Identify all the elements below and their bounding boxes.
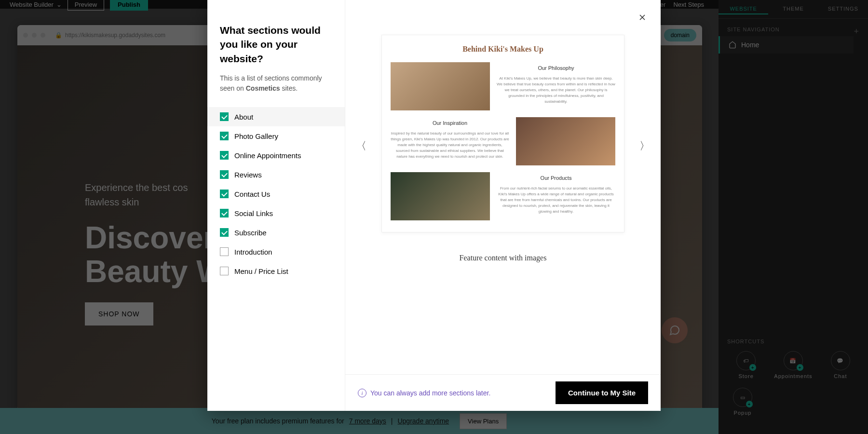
section-option-label: Online Appointments [234,151,301,160]
section-option[interactable]: About [207,107,345,126]
checkbox[interactable] [220,170,229,179]
shortcut-appointments[interactable]: 📅+Appointments [774,351,812,379]
close-button[interactable] [637,12,647,25]
section-option-label: Introduction [234,248,272,256]
info-icon: i [358,389,366,397]
shortcut-store[interactable]: 🏷+Store [736,351,756,379]
banner-sep: | [391,417,393,425]
upgrade-banner: Your free plan includes premium features… [0,408,719,434]
tab-settings[interactable]: SETTINGS [818,4,868,14]
section-option-label: Photo Gallery [234,132,278,140]
preview-title: Behind Kiki's Makes Up [391,45,615,54]
modal-subtitle: This is a list of sections commonly seen… [207,73,345,94]
chevron-right-icon: 〉 [639,140,650,152]
publish-button[interactable]: Publish [110,0,148,11]
checkbox[interactable] [220,132,229,140]
section-option[interactable]: Introduction [207,242,345,261]
chevron-down-icon: ⌄ [56,1,62,8]
popup-icon: ▭ [740,394,746,401]
section-option-label: Reviews [234,171,262,179]
checkbox[interactable] [220,267,229,275]
section-option[interactable]: Online Appointments [207,146,345,165]
chevron-left-icon: 〈 [356,140,366,152]
section-option[interactable]: Social Links [207,203,345,223]
hero-title: DiscoverBeauty W [85,221,226,289]
preview-image [391,172,490,220]
section-option[interactable]: Menu / Price List [207,261,345,281]
checkbox[interactable] [220,151,229,160]
info-note: i You can always add more sections later… [358,389,490,397]
chat-icon: 💬 [837,358,844,364]
url-text: https://kikismakesup.godaddysites.com [65,32,165,39]
shortcut-popup[interactable]: ▭+Popup [733,388,752,416]
checkbox[interactable] [220,228,229,237]
prev-arrow[interactable]: 〈 [352,135,370,157]
section-list: AboutPhoto GalleryOnline AppointmentsRev… [207,107,345,281]
preview-caption: Feature content with images [460,254,547,262]
section-option-label: Subscribe [234,229,267,237]
shortcut-chat[interactable]: 💬Chat [831,351,850,379]
section-option[interactable]: Reviews [207,165,345,184]
checkbox[interactable] [220,247,229,256]
preview-block-body: Inspired by the natural beauty of our su… [391,131,509,160]
upgrade-link[interactable]: Upgrade anytime [397,417,449,425]
hero-tagline: Experience the best cosflawless skin [85,180,226,209]
checkbox[interactable] [220,112,229,121]
continue-button[interactable]: Continue to My Site [556,381,648,404]
preview-image [516,117,615,165]
store-icon: 🏷 [743,358,749,364]
section-option[interactable]: Photo Gallery [207,126,345,146]
tab-website[interactable]: WEBSITE [719,4,768,14]
shortcut-label: Store [738,373,753,379]
section-option[interactable]: Subscribe [207,223,345,242]
section-option-label: About [234,113,253,121]
section-option[interactable]: Contact Us [207,184,345,203]
preview-block-heading: Our Inspiration [391,120,509,126]
shortcut-label: Appointments [774,373,812,379]
right-panel: WEBSITE THEME SETTINGS SITE NAVIGATION +… [719,0,868,434]
next-steps-link[interactable]: Next Steps [673,1,704,8]
shortcuts-heading: SHORTCUTS [727,339,859,344]
preview-block-body: From our nutrient-rich facial serums to … [497,186,615,215]
product-name[interactable]: Website Builder ⌄ [10,1,62,8]
lock-icon: 🔒 [55,32,62,39]
nav-item-label: Home [741,41,759,49]
view-plans-button[interactable]: View Plans [460,413,507,429]
calendar-icon: 📅 [789,358,797,364]
info-text: You can always add more sections later. [370,389,490,397]
days-remaining-link[interactable]: 7 more days [349,417,386,425]
site-nav-heading: SITE NAVIGATION + [719,19,868,36]
nav-item-home[interactable]: Home [719,36,854,54]
add-page-icon[interactable]: + [854,27,859,37]
window-dot [32,33,37,38]
modal-sidebar: What sections would you like on your web… [207,0,345,411]
chat-fab[interactable] [662,317,688,343]
preview-block-heading: Our Philosophy [497,65,615,71]
modal-preview-pane: 〈 〉 Behind Kiki's Makes Up Our Philosoph… [345,0,661,411]
window-dot [23,33,28,38]
url-bar: 🔒 https://kikismakesup.godaddysites.com [55,32,165,39]
shortcut-label: Chat [834,373,847,379]
preview-block-body: At Kiki's Makes Up, we believe that beau… [497,76,615,105]
section-option-label: Menu / Price List [234,267,288,275]
checkbox[interactable] [220,190,229,198]
modal-footer: i You can always add more sections later… [345,374,661,411]
window-dot [41,33,45,38]
preview-button[interactable]: Preview [68,0,104,11]
home-icon [729,41,736,49]
section-option-label: Contact Us [234,190,270,198]
modal-title: What sections would you like on your web… [207,23,345,66]
next-arrow[interactable]: 〉 [636,135,654,157]
close-icon [637,13,647,22]
shop-now-button[interactable]: SHOP NOW [85,302,153,326]
preview-block-heading: Our Products [497,175,615,181]
section-option-label: Social Links [234,209,273,217]
checkbox[interactable] [220,209,229,217]
banner-text: Your free plan includes premium features… [212,417,344,425]
section-preview-card: Behind Kiki's Makes Up Our PhilosophyAt … [381,35,624,232]
preview-image [391,62,490,110]
chat-icon [669,325,680,336]
sections-modal: What sections would you like on your web… [207,0,661,411]
tab-theme[interactable]: THEME [768,4,818,14]
domain-button[interactable]: domain [664,29,696,41]
